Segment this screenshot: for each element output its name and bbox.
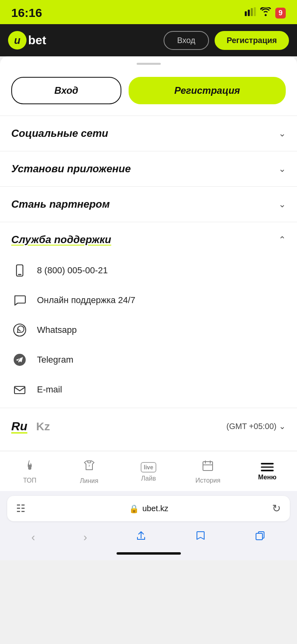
email-icon: [11, 381, 28, 398]
social-networks-section[interactable]: Социальные сети ⌄: [0, 116, 297, 151]
jersey-icon: 7: [83, 459, 96, 475]
browser-toolbar: ‹ ›: [0, 524, 297, 548]
phone-icon: [11, 262, 28, 279]
chevron-down-icon: ⌄: [279, 128, 286, 139]
chat-icon: [11, 292, 28, 309]
svg-rect-2: [251, 8, 253, 16]
partner-label: Стань партнером: [11, 198, 110, 211]
partner-section[interactable]: Стань партнером ⌄: [0, 186, 297, 222]
status-bar: 16:16 9: [0, 0, 297, 24]
email-text: E-mail: [37, 384, 62, 395]
chevron-up-icon: ⌃: [279, 235, 286, 245]
drawer-handle: [0, 56, 297, 68]
lock-icon: 🔒: [129, 504, 139, 514]
logo-u-icon: u: [8, 31, 27, 50]
drawer-auth-row: Вход Регистрация: [0, 68, 297, 116]
install-app-section[interactable]: Установи приложение ⌄: [0, 151, 297, 186]
nav-item-live[interactable]: live Лайв: [119, 462, 178, 482]
signal-icon: [245, 7, 256, 19]
bottom-nav: ТОП 7 Линия live Лайв История: [0, 451, 297, 491]
social-networks-label: Социальные сети: [11, 127, 108, 140]
telegram-icon: [11, 351, 28, 368]
wifi-icon: [260, 7, 271, 19]
back-button[interactable]: ‹: [31, 531, 35, 544]
forward-button[interactable]: ›: [83, 531, 87, 544]
browser-address-bar[interactable]: ☷ 🔒 ubet.kz ↻: [7, 496, 290, 521]
chat-text: Онлайн поддержка 24/7: [37, 295, 135, 305]
svg-rect-12: [203, 462, 213, 471]
nav-line-label: Линия: [80, 477, 98, 485]
status-time: 16:16: [11, 6, 42, 20]
language-options: Ru Kz: [11, 419, 50, 433]
support-whatsapp-item[interactable]: Whatsapp: [11, 315, 286, 345]
reload-icon[interactable]: ↻: [272, 502, 281, 515]
nav-item-menu[interactable]: Меню: [238, 463, 297, 481]
support-header[interactable]: Служба поддержки ⌃: [11, 233, 286, 246]
handle-bar: [137, 63, 161, 65]
lang-kz-button[interactable]: Kz: [36, 420, 50, 433]
nav-login-button[interactable]: Вход: [164, 31, 209, 50]
telegram-text: Telegram: [37, 355, 73, 365]
language-row: Ru Kz (GMT +05:00) ⌄: [0, 408, 297, 444]
nav-register-button[interactable]: Регистрация: [215, 31, 289, 50]
support-phone-item[interactable]: 8 (800) 005-00-21: [11, 256, 286, 285]
calendar-icon: [202, 460, 214, 475]
drawer-login-button[interactable]: Вход: [11, 77, 121, 104]
whatsapp-icon: [11, 322, 28, 339]
svg-point-9: [28, 467, 31, 470]
bookmarks-button[interactable]: [195, 530, 206, 544]
svg-rect-0: [245, 11, 247, 16]
home-indicator: [0, 548, 297, 560]
support-chat-item[interactable]: Онлайн поддержка 24/7: [11, 285, 286, 315]
browser-url-display: 🔒 ubet.kz: [129, 504, 168, 514]
support-label: Служба поддержки: [11, 233, 111, 246]
nav-item-history[interactable]: История: [178, 460, 238, 484]
timezone-selector[interactable]: (GMT +05:00) ⌄: [226, 421, 286, 431]
phone-text: 8 (800) 005-00-21: [37, 265, 108, 276]
tabs-button[interactable]: [254, 530, 266, 544]
logo-bet-text: bet: [28, 33, 46, 47]
drawer-register-button[interactable]: Регистрация: [129, 77, 286, 104]
whatsapp-text: Whatsapp: [37, 325, 77, 335]
home-bar: [117, 552, 181, 555]
svg-rect-8: [14, 386, 25, 394]
menu-icon: [261, 463, 274, 471]
nav-item-top[interactable]: ТОП: [0, 460, 59, 484]
nav-buttons: Вход Регистрация: [164, 31, 289, 50]
svg-rect-16: [256, 533, 262, 540]
live-icon: live: [141, 462, 156, 473]
support-telegram-item[interactable]: Telegram: [11, 345, 286, 375]
nav-menu-label: Меню: [258, 474, 277, 481]
browser-tabs-icon[interactable]: ☷: [16, 502, 25, 515]
svg-rect-10: [88, 461, 91, 463]
nav-item-line[interactable]: 7 Линия: [59, 459, 119, 485]
battery-badge: 9: [275, 8, 286, 19]
drawer: Вход Регистрация Социальные сети ⌄ Устан…: [0, 56, 297, 451]
timezone-chevron-icon: ⌄: [279, 421, 286, 431]
svg-rect-3: [254, 7, 256, 16]
nav-top-label: ТОП: [23, 477, 36, 484]
status-icons: 9: [245, 7, 286, 19]
lang-ru-button[interactable]: Ru: [11, 419, 27, 433]
nav-live-label: Лайв: [141, 475, 156, 482]
browser-bar-wrapper: ☷ 🔒 ubet.kz ↻: [0, 491, 297, 524]
share-button[interactable]: [135, 530, 147, 544]
nav-history-label: История: [195, 477, 220, 484]
support-email-item[interactable]: E-mail: [11, 375, 286, 405]
svg-text:7: 7: [88, 464, 90, 468]
chevron-down-icon: ⌄: [279, 164, 286, 174]
install-app-label: Установи приложение: [11, 163, 131, 175]
chevron-down-icon: ⌄: [279, 199, 286, 210]
svg-rect-1: [248, 10, 250, 16]
timezone-text: (GMT +05:00): [226, 422, 277, 431]
navbar: u bet Вход Регистрация: [0, 24, 297, 56]
logo: u bet: [8, 31, 46, 50]
support-section: Служба поддержки ⌃ 8 (800) 005-00-21 Онл…: [0, 222, 297, 408]
fire-icon: [24, 460, 36, 475]
browser-url-text: ubet.kz: [142, 504, 168, 513]
